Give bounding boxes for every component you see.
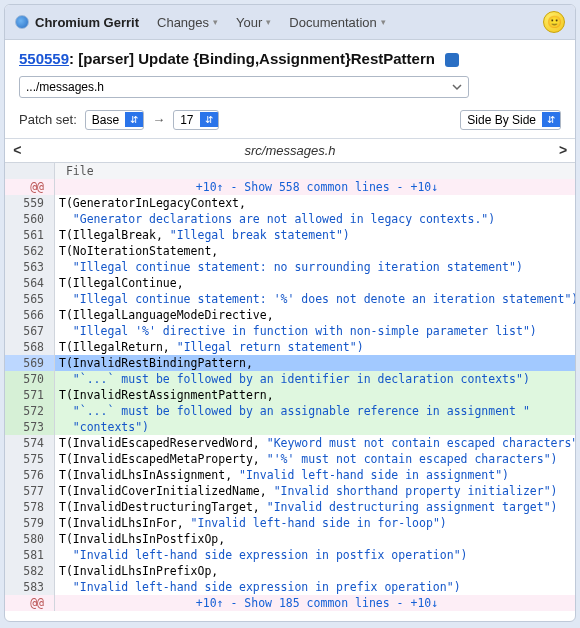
line-text: "Illegal '%' directive in function with … — [55, 323, 575, 339]
code-line[interactable]: 576T(InvalidLhsInAssignment, "Invalid le… — [5, 467, 575, 483]
nav-documentation[interactable]: Documentation▾ — [289, 15, 385, 30]
code-line[interactable]: 577T(InvalidCoverInitializedName, "Inval… — [5, 483, 575, 499]
code-line[interactable]: 579T(InvalidLhsInFor, "Invalid left-hand… — [5, 515, 575, 531]
line-text: File — [55, 163, 575, 179]
code-line[interactable]: 578T(InvalidDestructuringTarget, "Invali… — [5, 499, 575, 515]
code-line[interactable]: 560 "Generator declarations are not allo… — [5, 211, 575, 227]
brand[interactable]: Chromium Gerrit — [15, 15, 139, 30]
file-header-label: src/messages.h — [244, 143, 335, 158]
line-text: "Illegal continue statement: no surround… — [55, 259, 575, 275]
line-number: 573 — [5, 419, 55, 435]
nav-your[interactable]: Your▾ — [236, 15, 271, 30]
base-select[interactable]: Base⇵ — [85, 110, 144, 130]
code-line[interactable]: @@+10↑ - Show 558 common lines - +10↓ — [5, 179, 575, 195]
diff-view[interactable]: File@@+10↑ - Show 558 common lines - +10… — [5, 163, 575, 621]
code-line[interactable]: 581 "Invalid left-hand side expression i… — [5, 547, 575, 563]
line-text: +10↑ - Show 558 common lines - +10↓ — [55, 179, 575, 195]
line-number: 571 — [5, 387, 55, 403]
code-line[interactable]: 572 "`...` must be followed by an assign… — [5, 403, 575, 419]
code-line[interactable]: File — [5, 163, 575, 179]
line-number: 565 — [5, 291, 55, 307]
line-text: T(IllegalBreak, "Illegal break statement… — [55, 227, 575, 243]
code-line[interactable]: 561T(IllegalBreak, "Illegal break statem… — [5, 227, 575, 243]
arrow-right-icon: → — [152, 112, 165, 127]
change-desc: : [parser] Update {Binding,Assignment}Re… — [69, 50, 435, 67]
line-number: 570 — [5, 371, 55, 387]
line-number: 566 — [5, 307, 55, 323]
target-select[interactable]: 17⇵ — [173, 110, 218, 130]
code-line[interactable]: 566T(IllegalLanguageModeDirective, — [5, 307, 575, 323]
line-text: "Invalid left-hand side expression in po… — [55, 547, 575, 563]
code-line[interactable]: 563 "Illegal continue statement: no surr… — [5, 259, 575, 275]
line-text: T(InvalidLhsInPostfixOp, — [55, 531, 575, 547]
code-line[interactable]: 562T(NoIterationStatement, — [5, 243, 575, 259]
change-title: 550559: [parser] Update {Binding,Assignm… — [5, 40, 575, 76]
logo-icon — [15, 15, 29, 29]
line-text: "Illegal continue statement: '%' does no… — [55, 291, 575, 307]
line-text: T(NoIterationStatement, — [55, 243, 575, 259]
code-line[interactable]: 564T(IllegalContinue, — [5, 275, 575, 291]
line-text: T(InvalidCoverInitializedName, "Invalid … — [55, 483, 575, 499]
chevron-updown-icon: ⇵ — [542, 112, 560, 127]
prev-file-button[interactable]: < — [13, 142, 21, 158]
line-number: 577 — [5, 483, 55, 499]
line-number: 579 — [5, 515, 55, 531]
avatar-smiley-icon[interactable]: 🙂 — [543, 11, 565, 33]
chevron-down-icon: ▾ — [213, 17, 218, 27]
line-number — [5, 163, 55, 179]
line-text: T(InvalidLhsInAssignment, "Invalid left-… — [55, 467, 575, 483]
code-line[interactable]: 565 "Illegal continue statement: '%' doe… — [5, 291, 575, 307]
line-text: T(IllegalContinue, — [55, 275, 575, 291]
patchset-controls: Patch set: Base⇵ → 17⇵ Side By Side⇵ — [5, 106, 575, 139]
line-text: "contexts") — [55, 419, 575, 435]
line-text: T(InvalidLhsInFor, "Invalid left-hand si… — [55, 515, 575, 531]
line-number: 574 — [5, 435, 55, 451]
line-number: 560 — [5, 211, 55, 227]
line-text: T(InvalidEscapedReservedWord, "Keyword m… — [55, 435, 575, 451]
code-line[interactable]: 580T(InvalidLhsInPostfixOp, — [5, 531, 575, 547]
line-number: 562 — [5, 243, 55, 259]
code-line[interactable]: 568T(IllegalReturn, "Illegal return stat… — [5, 339, 575, 355]
status-badge-icon[interactable] — [445, 53, 459, 67]
line-text: T(InvalidLhsInPrefixOp, — [55, 563, 575, 579]
line-number: 567 — [5, 323, 55, 339]
code-line[interactable]: 575T(InvalidEscapedMetaProperty, "'%' mu… — [5, 451, 575, 467]
line-number: 578 — [5, 499, 55, 515]
line-number: 575 — [5, 451, 55, 467]
line-number: 576 — [5, 467, 55, 483]
code-line[interactable]: 571T(InvalidRestAssignmentPattern, — [5, 387, 575, 403]
chevron-updown-icon: ⇵ — [200, 112, 218, 127]
nav-changes[interactable]: Changes▾ — [157, 15, 218, 30]
change-number-link[interactable]: 550559 — [19, 50, 69, 67]
view-mode-select[interactable]: Side By Side⇵ — [460, 110, 561, 130]
line-number: 568 — [5, 339, 55, 355]
line-text: +10↑ - Show 185 common lines - +10↓ — [55, 595, 575, 611]
code-line[interactable]: 582T(InvalidLhsInPrefixOp, — [5, 563, 575, 579]
code-line[interactable]: 567 "Illegal '%' directive in function w… — [5, 323, 575, 339]
line-number: 583 — [5, 579, 55, 595]
brand-label: Chromium Gerrit — [35, 15, 139, 30]
line-text: T(InvalidDestructuringTarget, "Invalid d… — [55, 499, 575, 515]
line-text: T(IllegalReturn, "Illegal return stateme… — [55, 339, 575, 355]
line-text: T(InvalidRestAssignmentPattern, — [55, 387, 575, 403]
line-number: @@ — [5, 595, 55, 611]
next-file-button[interactable]: > — [559, 142, 567, 158]
file-path-field — [19, 76, 561, 98]
code-line[interactable]: 570 "`...` must be followed by an identi… — [5, 371, 575, 387]
line-text: "`...` must be followed by an identifier… — [55, 371, 575, 387]
code-line[interactable]: 569T(InvalidRestBindingPattern, — [5, 355, 575, 371]
line-text: "Generator declarations are not allowed … — [55, 211, 575, 227]
code-line[interactable]: @@+10↑ - Show 185 common lines - +10↓ — [5, 595, 575, 611]
line-text: T(GeneratorInLegacyContext, — [55, 195, 575, 211]
line-number: 580 — [5, 531, 55, 547]
code-line[interactable]: 574T(InvalidEscapedReservedWord, "Keywor… — [5, 435, 575, 451]
line-text: T(IllegalLanguageModeDirective, — [55, 307, 575, 323]
chevron-down-icon: ▾ — [381, 17, 386, 27]
code-line[interactable]: 559T(GeneratorInLegacyContext, — [5, 195, 575, 211]
line-number: @@ — [5, 179, 55, 195]
code-line[interactable]: 573 "contexts") — [5, 419, 575, 435]
line-number: 581 — [5, 547, 55, 563]
code-line[interactable]: 583 "Invalid left-hand side expression i… — [5, 579, 575, 595]
line-number: 572 — [5, 403, 55, 419]
file-path-input[interactable] — [19, 76, 469, 98]
